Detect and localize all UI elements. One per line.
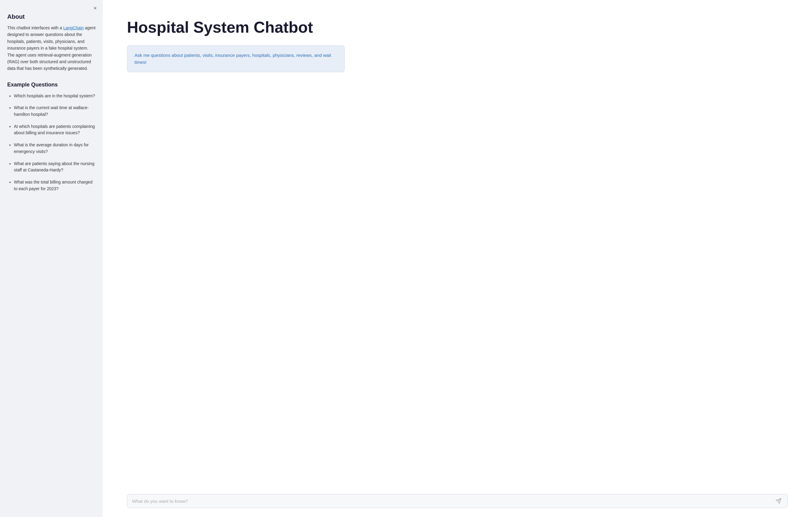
list-item: What was the total billing amount charge…	[14, 179, 95, 192]
chat-title: Hospital System Chatbot	[127, 18, 788, 36]
sidebar: × About This chatbot interfaces with a L…	[0, 0, 103, 517]
send-button[interactable]	[774, 498, 783, 504]
welcome-message: Ask me questions about patients, visits,…	[135, 52, 337, 66]
list-item: What are patients saying about the nursi…	[14, 161, 95, 174]
about-description: This chatbot interfaces with a LangChain…	[7, 25, 95, 72]
main-panel: Hospital System Chatbot Ask me questions…	[103, 0, 812, 517]
chat-input[interactable]	[132, 498, 774, 504]
list-item: What is the current wait time at wallace…	[14, 105, 95, 118]
examples-title: Example Questions	[7, 82, 95, 88]
close-sidebar-button[interactable]: ×	[92, 5, 98, 11]
chat-area: Hospital System Chatbot Ask me questions…	[103, 0, 812, 489]
send-icon	[776, 498, 781, 504]
langchain-link[interactable]: LangChain	[63, 25, 84, 30]
input-area	[103, 489, 812, 517]
welcome-bubble: Ask me questions about patients, visits,…	[127, 45, 345, 72]
list-item: What is the average duration in days for…	[14, 142, 95, 155]
about-title: About	[7, 13, 95, 20]
input-wrapper	[127, 494, 788, 508]
example-questions-list: Which hospitals are in the hospital syst…	[7, 93, 95, 198]
list-item: Which hospitals are in the hospital syst…	[14, 93, 95, 99]
list-item: At which hospitals are patients complain…	[14, 123, 95, 136]
